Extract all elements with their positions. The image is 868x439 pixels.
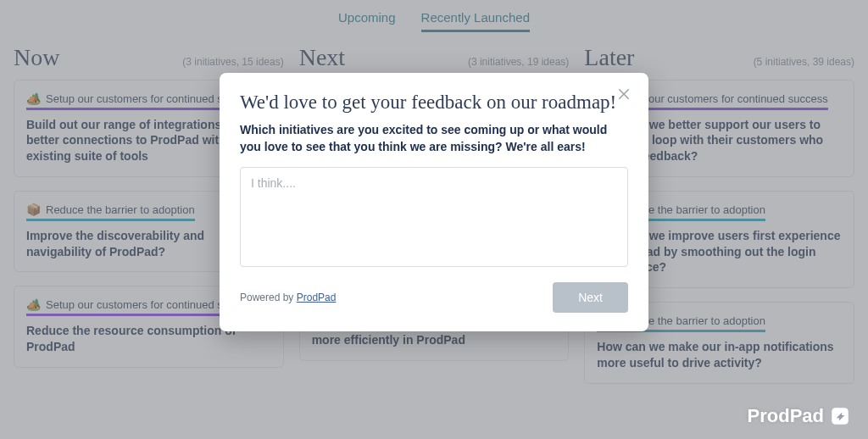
modal-overlay: We'd love to get your feedback on our ro… (0, 0, 868, 439)
prodpad-brand: ProdPad (748, 405, 851, 427)
brand-text: ProdPad (748, 405, 824, 427)
feedback-textarea[interactable] (240, 167, 628, 267)
prodpad-logo-icon (829, 405, 851, 427)
prodpad-link[interactable]: ProdPad (297, 292, 337, 303)
powered-by: Powered by ProdPad (240, 292, 336, 303)
close-button[interactable] (616, 86, 635, 105)
close-icon (616, 86, 632, 102)
feedback-modal: We'd love to get your feedback on our ro… (220, 73, 648, 331)
modal-title: We'd love to get your feedback on our ro… (240, 92, 628, 114)
modal-question: Which initiatives are you excited to see… (240, 122, 628, 155)
next-button[interactable]: Next (553, 282, 628, 313)
